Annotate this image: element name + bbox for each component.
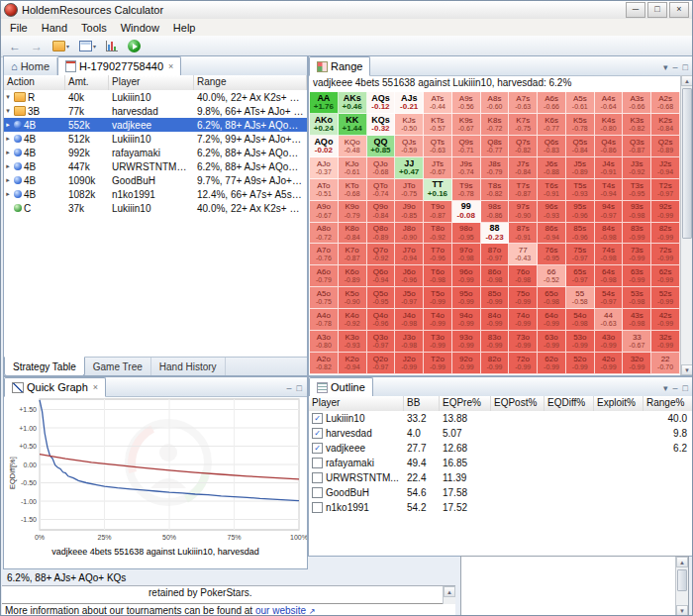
range-cell-72s[interactable]: 72s-0.99 <box>651 244 680 265</box>
maximize-button[interactable]: □ <box>647 2 667 18</box>
range-cell-A5o[interactable]: A5o-0.75 <box>310 287 339 309</box>
range-cell-A6s[interactable]: A6s-0.66 <box>538 92 566 114</box>
range-cell-K6o[interactable]: K6o-0.89 <box>339 265 367 287</box>
menu-file[interactable]: File <box>3 21 35 35</box>
tab-outline[interactable]: Outline <box>309 377 373 397</box>
range-cell-43s[interactable]: 43s-0.98 <box>623 309 651 331</box>
player-checkbox[interactable]: ✓ <box>312 428 323 439</box>
range-cell-K4o[interactable]: K4o-0.92 <box>339 309 367 331</box>
range-cell-74s[interactable]: 74s-0.98 <box>595 244 624 265</box>
twistie-collapsed-icon[interactable]: ▸ <box>4 121 12 129</box>
range-cell-K5o[interactable]: K5o-0.90 <box>339 287 367 309</box>
outline-row-Lukiiin10[interactable]: ✓Lukiiin1033.213.8840.0 <box>309 411 693 426</box>
range-cell-KTs[interactable]: KTs-0.57 <box>424 114 452 136</box>
range-cell-Q5s[interactable]: Q5s-0.84 <box>566 136 595 157</box>
range-cell-82s[interactable]: 82s-0.99 <box>651 223 680 245</box>
pane-menu-icon[interactable]: ▾ <box>663 383 668 393</box>
range-cell-KQs[interactable]: KQs-0.32 <box>367 114 396 136</box>
range-cell-KQo[interactable]: KQo-0.48 <box>339 136 367 157</box>
range-cell-T3o[interactable]: T3o-0.99 <box>424 331 452 353</box>
range-cell-55[interactable]: 55-0.58 <box>566 287 595 309</box>
outline-row-URWRSTNTM...[interactable]: URWRSTNTM...22.411.39 <box>309 470 693 485</box>
range-cell-T4o[interactable]: T4o-0.99 <box>424 309 452 331</box>
tree-row-rafayamaki[interactable]: ▸4B992krafayamaki6.2%, 88+ AJs+ AQo+ KQs <box>4 146 307 159</box>
range-cell-J5s[interactable]: J5s-0.89 <box>566 157 595 179</box>
range-cell-K9s[interactable]: K9s-0.67 <box>452 114 481 136</box>
player-checkbox[interactable]: ✓ <box>312 443 323 454</box>
range-cell-Q6s[interactable]: Q6s-0.83 <box>538 136 566 157</box>
menu-hand[interactable]: Hand <box>35 21 74 35</box>
pane-menu-icon[interactable]: ▾ <box>663 62 668 72</box>
range-cell-J9o[interactable]: J9o-0.85 <box>395 201 424 223</box>
range-cell-A9o[interactable]: A9o-0.67 <box>310 201 339 223</box>
range-cell-T8s[interactable]: T8s-0.82 <box>481 179 510 201</box>
range-cell-Q3s[interactable]: Q3s-0.87 <box>623 136 651 157</box>
range-cell-85s[interactable]: 85s-0.96 <box>566 223 595 245</box>
scroll-down-icon[interactable]: ▼ <box>676 605 688 616</box>
range-cell-J9s[interactable]: J9s-0.74 <box>452 157 481 179</box>
range-cell-T9o[interactable]: T9o-0.87 <box>424 201 452 223</box>
tab-close-icon[interactable]: × <box>168 61 173 71</box>
range-cell-Q4o[interactable]: Q4o-0.96 <box>367 309 396 331</box>
tab-home[interactable]: ⌂ Home <box>4 57 57 75</box>
range-cell-J2s[interactable]: J2s-0.94 <box>651 157 680 179</box>
range-cell-A7s[interactable]: A7s-0.63 <box>509 92 538 114</box>
outline-col-eqdiff[interactable]: EQDiff% <box>544 396 594 411</box>
range-cell-82o[interactable]: 82o-0.99 <box>481 353 510 374</box>
pane-minimize-icon[interactable]: – <box>673 62 678 72</box>
range-cell-AKo[interactable]: AKo+0.24 <box>310 114 339 136</box>
range-cell-92s[interactable]: 92s-0.99 <box>651 201 680 223</box>
range-cell-K7o[interactable]: K7o-0.87 <box>339 244 367 265</box>
twistie-expanded-icon[interactable]: ▾ <box>4 107 12 115</box>
range-cell-73s[interactable]: 73s-0.99 <box>623 244 651 265</box>
range-cell-ATo[interactable]: ATo-0.51 <box>310 179 339 201</box>
range-cell-J2o[interactable]: J2o-0.99 <box>395 353 424 374</box>
outline-row-vadjkeee[interactable]: ✓vadjkeee27.712.686.2 <box>309 441 693 456</box>
minimize-button[interactable]: ─ <box>626 2 645 18</box>
quick-graph-close-icon[interactable]: × <box>93 382 98 392</box>
range-cell-K9o[interactable]: K9o-0.79 <box>339 201 367 223</box>
range-cell-76s[interactable]: 76s-0.95 <box>538 244 566 265</box>
range-cell-98s[interactable]: 98s-0.86 <box>481 201 510 223</box>
tree-row-Lukiiin10[interactable]: ▸4B512kLukiiin107.2%, 99+ AJs+ AJo+ KJs+… <box>4 132 307 146</box>
range-cell-K2o[interactable]: K2o-0.94 <box>339 353 367 374</box>
run-icon[interactable] <box>125 38 144 55</box>
range-cell-66[interactable]: 66-0.52 <box>538 265 566 287</box>
range-cell-95o[interactable]: 95o-0.99 <box>452 287 481 309</box>
range-cell-54o[interactable]: 54o-0.98 <box>566 309 595 331</box>
player-checkbox[interactable] <box>312 487 323 498</box>
twistie-expanded-icon[interactable]: ▾ <box>4 93 12 101</box>
player-checkbox[interactable] <box>312 458 323 468</box>
outline-col-range[interactable]: Range% <box>644 396 693 411</box>
range-cell-64s[interactable]: 64s-0.98 <box>595 265 624 287</box>
range-cell-97o[interactable]: 97o-0.98 <box>452 244 481 265</box>
range-cell-K3s[interactable]: K3s-0.82 <box>623 114 651 136</box>
tree-col-player[interactable]: Player <box>109 75 194 90</box>
tab-quick-graph[interactable]: Quick Graph × <box>4 377 106 397</box>
tree-row-n1ko1991[interactable]: ▸4B1082kn1ko199112.4%, 66+ A7s+ A5s-A3s … <box>4 187 307 201</box>
twistie-collapsed-icon[interactable]: ▸ <box>4 176 12 184</box>
range-cell-A6o[interactable]: A6o-0.79 <box>310 265 339 287</box>
range-cell-A4o[interactable]: A4o-0.78 <box>310 309 339 331</box>
range-cell-A8o[interactable]: A8o-0.72 <box>310 223 339 245</box>
range-cell-94o[interactable]: 94o-0.99 <box>452 309 481 331</box>
range-cell-Q2o[interactable]: Q2o-0.97 <box>367 353 396 374</box>
range-cell-KJs[interactable]: KJs-0.50 <box>395 114 424 136</box>
range-cell-52s[interactable]: 52s-0.99 <box>651 287 680 309</box>
range-cell-A4s[interactable]: A4s-0.64 <box>595 92 624 114</box>
range-cell-98o[interactable]: 98o-0.95 <box>452 223 481 245</box>
twistie-collapsed-icon[interactable]: ▸ <box>4 135 12 143</box>
range-cell-73o[interactable]: 73o-0.99 <box>509 331 538 353</box>
outline-col-eqpost[interactable]: EQPost% <box>491 396 544 411</box>
menu-tools[interactable]: Tools <box>74 21 114 35</box>
range-cell-87o[interactable]: 87o-0.97 <box>481 244 510 265</box>
range-cell-84o[interactable]: 84o-0.99 <box>481 309 510 331</box>
tree-col-amt[interactable]: Amt. <box>65 75 109 90</box>
range-cell-J7s[interactable]: J7s-0.84 <box>509 157 538 179</box>
range-cell-T6s[interactable]: T6s-0.91 <box>538 179 566 201</box>
range-cell-64o[interactable]: 64o-0.99 <box>538 309 566 331</box>
outline-row-n1ko1991[interactable]: n1ko199154.217.52 <box>309 500 693 515</box>
range-cell-K4s[interactable]: K4s-0.80 <box>595 114 624 136</box>
range-cell-T2s[interactable]: T2s-0.97 <box>651 179 680 201</box>
range-cell-JTo[interactable]: JTo-0.75 <box>395 179 424 201</box>
